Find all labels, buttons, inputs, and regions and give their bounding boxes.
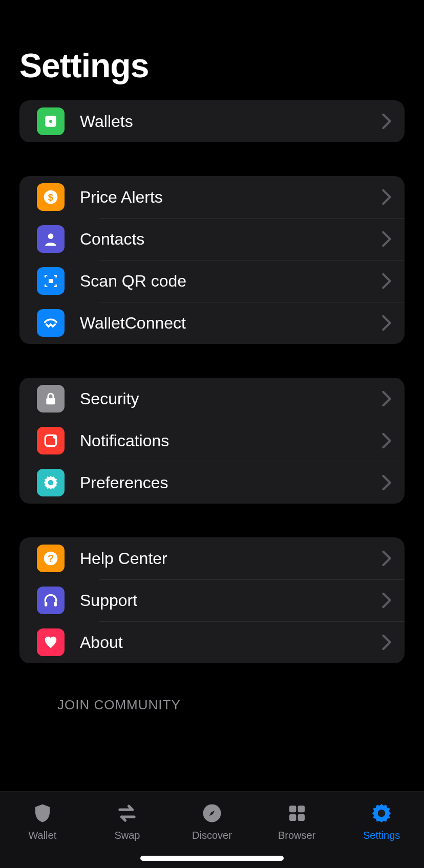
nav-browser[interactable]: Browser (261, 801, 333, 841)
grid-icon (285, 801, 309, 826)
swap-icon (115, 801, 139, 826)
chevron-right-icon (382, 114, 391, 129)
row-label: Scan QR code (80, 272, 378, 291)
nav-label: Settings (363, 830, 400, 841)
row-security[interactable]: Security (19, 378, 405, 420)
lock-icon (37, 385, 65, 413)
walletconnect-icon (37, 309, 65, 337)
row-label: Security (80, 389, 378, 408)
settings-group-tools: $ Price Alerts Contacts Scan QR code Wal… (19, 176, 405, 344)
nav-label: Wallet (28, 830, 56, 841)
chevron-right-icon (382, 273, 391, 289)
row-about[interactable]: About (19, 621, 405, 663)
row-label: Help Center (80, 549, 378, 568)
nav-label: Swap (114, 830, 140, 841)
svg-rect-16 (298, 806, 304, 812)
nav-discover[interactable]: Discover (176, 801, 248, 841)
row-label: Preferences (80, 473, 378, 492)
chevron-right-icon (382, 391, 391, 406)
gear-icon (369, 801, 394, 826)
heart-icon (37, 628, 65, 656)
row-label: WalletConnect (80, 314, 378, 333)
row-label: Price Alerts (80, 188, 378, 207)
chevron-right-icon (382, 593, 391, 608)
svg-rect-12 (45, 602, 47, 606)
help-icon: ? (37, 545, 65, 572)
row-label: Contacts (80, 230, 378, 249)
chevron-right-icon (382, 635, 391, 650)
chevron-right-icon (382, 475, 391, 490)
row-walletconnect[interactable]: WalletConnect (19, 302, 405, 344)
dollar-icon: $ (37, 183, 65, 211)
qr-icon (37, 267, 65, 295)
row-notifications[interactable]: Notifications (19, 420, 405, 462)
svg-text:?: ? (48, 553, 54, 564)
svg-point-4 (48, 233, 54, 239)
svg-rect-18 (298, 814, 304, 821)
nav-label: Browser (278, 830, 315, 841)
row-label: Support (80, 591, 378, 610)
nav-label: Discover (192, 830, 232, 841)
svg-point-8 (53, 435, 57, 439)
chevron-right-icon (382, 551, 391, 566)
svg-point-19 (378, 810, 386, 817)
home-indicator[interactable] (140, 856, 284, 861)
settings-group-wallets: Wallets (19, 100, 405, 142)
row-wallets[interactable]: Wallets (19, 100, 405, 142)
gear-icon (37, 469, 65, 496)
page-title: Settings (0, 0, 424, 100)
row-preferences[interactable]: Preferences (19, 462, 405, 504)
chevron-right-icon (382, 189, 391, 205)
svg-rect-17 (289, 814, 296, 821)
row-help-center[interactable]: ? Help Center (19, 537, 405, 579)
shield-icon (30, 801, 55, 826)
svg-point-9 (48, 480, 54, 486)
row-support[interactable]: Support (19, 579, 405, 621)
svg-text:$: $ (48, 192, 54, 203)
community-header: JOIN COMMUNITY (19, 697, 405, 720)
svg-rect-6 (46, 398, 55, 405)
nav-wallet[interactable]: Wallet (7, 801, 78, 841)
chevron-right-icon (382, 315, 391, 331)
chevron-right-icon (382, 231, 391, 247)
person-icon (37, 225, 65, 253)
svg-point-1 (49, 120, 52, 123)
svg-rect-13 (54, 602, 57, 606)
headphones-icon (37, 587, 65, 614)
row-price-alerts[interactable]: $ Price Alerts (19, 176, 405, 218)
wallet-icon (37, 107, 65, 135)
nav-settings[interactable]: Settings (346, 801, 417, 841)
row-label: Notifications (80, 431, 378, 450)
svg-rect-5 (49, 279, 53, 283)
row-label: Wallets (80, 112, 378, 131)
settings-group-help: ? Help Center Support About (19, 537, 405, 663)
row-label: About (80, 633, 378, 652)
row-scan-qr[interactable]: Scan QR code (19, 260, 405, 302)
settings-group-prefs: Security Notifications Preferences (19, 378, 405, 504)
row-contacts[interactable]: Contacts (19, 218, 405, 260)
svg-rect-15 (289, 806, 296, 812)
bell-icon (37, 427, 65, 454)
compass-icon (200, 801, 224, 826)
settings-content: Wallets $ Price Alerts Contacts Scan (0, 100, 424, 720)
nav-swap[interactable]: Swap (91, 801, 163, 841)
chevron-right-icon (382, 433, 391, 448)
